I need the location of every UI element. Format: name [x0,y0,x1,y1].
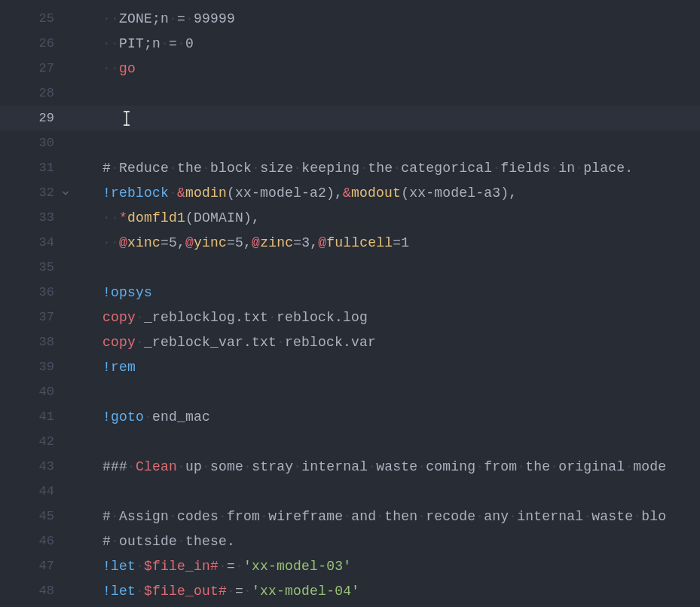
token: xinc [127,235,160,250]
line-content[interactable]: !reblock·&modin(xx-model-a2),&modout(xx-… [75,185,700,201]
token: · [111,509,119,524]
line-content[interactable]: !goto·end_mac [75,409,700,425]
line-content[interactable]: !let·$file_out#·=·'xx-model-04' [75,584,700,599]
line-content[interactable]: ··*domfld1(DOMAIN), [75,210,700,225]
code-line[interactable]: 42 [0,429,700,454]
token: !rem [102,360,136,375]
token: · [169,11,177,26]
token: $file_in# [144,559,219,574]
line-content[interactable]: ··PIT;n·=·0 [75,36,700,51]
line-number: 44 [0,484,75,498]
line-number: 27 [0,61,75,75]
code-line[interactable]: 32!reblock·&modin(xx-model-a2),&modout(x… [0,180,700,205]
token: · [293,459,301,474]
code-line[interactable]: 45#·Assign·codes·from·wireframe·and·then… [0,504,700,529]
token: some [210,459,243,474]
token: # [102,534,111,549]
token: categorical [401,161,492,176]
line-content[interactable]: !let·$file_in#·=·'xx-model-03' [75,559,700,574]
code-line[interactable]: 37copy·_reblocklog.txt·reblock.log [0,305,700,330]
code-line[interactable]: 31#·Reduce·the·block·size·keeping·the·ca… [0,155,700,180]
token: # [102,161,111,176]
code-line[interactable]: 47!let·$file_in#·=·'xx-model-03' [0,553,700,578]
token: · [359,161,368,176]
line-content[interactable]: #·Assign·codes·from·wireframe·and·then·r… [75,509,700,524]
token: · [177,459,185,474]
token: yinc [194,235,227,250]
fold-chevron-icon[interactable] [60,188,71,198]
token: mode [633,459,666,474]
code-line[interactable]: 36!opsys [0,280,700,305]
token: _reblocklog.txt [144,310,268,325]
token: · [633,509,641,524]
line-number: 28 [0,86,75,100]
token: reblock.var [285,335,376,350]
token: outside [119,534,177,549]
token: place. [583,161,633,176]
code-line[interactable]: 28 [0,81,700,106]
line-number: 45 [0,509,75,523]
line-number: 43 [0,459,75,474]
token: reblock.log [277,310,368,325]
token: · [202,459,210,474]
line-number: 41 [0,409,75,424]
line-content[interactable]: !opsys [75,285,700,300]
token: · [219,509,227,524]
token: in [558,161,575,176]
token: & [177,185,185,201]
token: · [625,459,633,474]
token: block [210,161,252,176]
token: · [277,335,285,350]
code-line[interactable]: 25··ZONE;n·=·99999 [0,6,700,31]
line-content[interactable]: ··@xinc=5,@yinc=5,@zinc=3,@fullcell=1 [75,235,700,250]
token: · [550,161,558,176]
code-line[interactable]: 46#·outside·these. [0,529,700,553]
token: original [558,459,625,474]
token: from [227,509,260,524]
code-line[interactable]: 30 [0,130,700,155]
token: ·· [102,235,119,250]
token: recode [426,509,475,524]
token: · [509,509,517,524]
code-line[interactable]: 38copy·_reblock_var.txt·reblock.var [0,330,700,354]
token: = [169,36,177,51]
line-content[interactable]: ··ZONE;n·=·99999 [75,11,700,26]
code-line[interactable]: 35 [0,255,700,280]
line-content[interactable]: copy·_reblocklog.txt·reblock.log [75,310,700,325]
code-line[interactable]: 26··PIT;n·=·0 [0,31,700,56]
token: @ [318,235,326,250]
code-editor[interactable]: 25··ZONE;n·=·9999926··PIT;n·=·027··go282… [0,0,700,607]
token: !opsys [102,285,152,300]
token: · [169,185,177,201]
line-content[interactable]: ###·Clean·up·some·stray·internal·waste·c… [75,459,700,474]
token: internal [517,509,583,524]
token: · [111,161,119,176]
code-line[interactable]: 29 [0,106,700,130]
token: · [169,161,177,176]
code-line[interactable]: 41!goto·end_mac [0,404,700,429]
code-line[interactable]: 33··*domfld1(DOMAIN), [0,205,700,230]
line-number: 47 [0,559,75,573]
line-content[interactable]: !rem [75,360,700,375]
token: · [111,534,119,549]
code-line[interactable]: 43###·Clean·up·some·stray·internal·waste… [0,454,700,479]
token: (DOMAIN), [185,210,260,225]
token: @ [119,235,127,250]
code-line[interactable]: 44 [0,479,700,504]
token: blo [641,509,666,524]
token: 'xx-model-03' [243,559,351,574]
token: · [293,161,301,176]
code-line[interactable]: 39!rem [0,354,700,379]
code-line[interactable]: 27··go [0,56,700,81]
token: · [177,36,185,51]
line-content[interactable]: #·outside·these. [75,534,700,549]
code-line[interactable]: 40 [0,379,700,404]
token: any [484,509,509,524]
code-line[interactable]: 48!let·$file_out#·=·'xx-model-04' [0,578,700,603]
token: ·· [102,36,119,51]
code-line[interactable]: 34··@xinc=5,@yinc=5,@zinc=3,@fullcell=1 [0,230,700,255]
line-content[interactable]: #·Reduce·the·block·size·keeping·the·cate… [75,161,700,176]
line-content[interactable]: ··go [75,61,700,76]
line-content[interactable]: copy·_reblock_var.txt·reblock.var [75,335,700,350]
token: 99999 [194,11,235,26]
